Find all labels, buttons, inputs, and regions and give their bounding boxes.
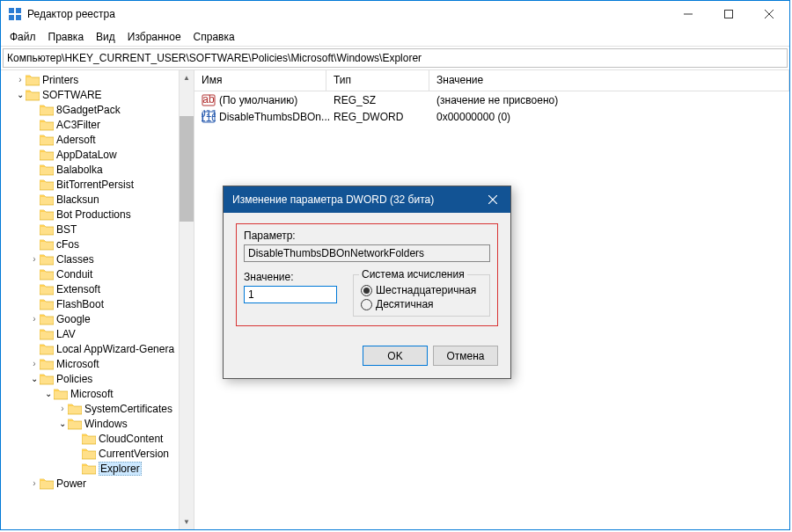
ok-button[interactable]: OK: [363, 346, 428, 366]
menu-file[interactable]: Файл: [10, 31, 36, 43]
radio-dec[interactable]: [361, 299, 372, 310]
menu-view[interactable]: Вид: [96, 31, 115, 43]
tree-item[interactable]: ›Power: [1, 476, 194, 491]
tree-item-label: 8GadgetPack: [56, 104, 121, 116]
tree-item-label: Windows: [84, 418, 128, 430]
tree-item[interactable]: Extensoft: [1, 281, 194, 296]
tree-item[interactable]: Bot Productions: [1, 207, 194, 222]
dialog-title-text: Изменение параметра DWORD (32 бита): [232, 193, 434, 206]
svg-rect-0: [9, 8, 14, 13]
tree-item[interactable]: Adersoft: [1, 132, 194, 147]
tree-item[interactable]: ⌄Policies: [1, 371, 194, 386]
chevron-right-icon[interactable]: ›: [29, 254, 40, 264]
tree-item[interactable]: ›Printers: [1, 72, 194, 87]
tree-item-label: CloudContent: [99, 433, 163, 445]
svg-rect-2: [9, 15, 14, 20]
chevron-down-icon[interactable]: ⌄: [29, 374, 40, 383]
chevron-right-icon[interactable]: ›: [29, 314, 40, 324]
tree-item-label: Explorer: [99, 462, 142, 476]
folder-icon: [26, 74, 40, 86]
tree-item-label: Policies: [56, 373, 92, 385]
tree-item[interactable]: LAV: [1, 326, 194, 341]
chevron-right-icon[interactable]: ›: [57, 404, 68, 413]
tree-item[interactable]: cFos: [1, 237, 194, 251]
list-row[interactable]: 011110DisableThumbsDBOn...REG_DWORD0x000…: [194, 108, 789, 125]
menu-edit[interactable]: Правка: [48, 31, 84, 43]
folder-icon: [40, 119, 54, 131]
tree-item[interactable]: Conduit: [1, 266, 194, 281]
titlebar: Редактор реестра: [1, 1, 789, 27]
scroll-thumb[interactable]: [180, 116, 194, 222]
tree-item[interactable]: Explorer: [1, 461, 194, 476]
list-header: Имя Тип Значение: [194, 70, 789, 91]
tree-pane[interactable]: ›Printers⌄SOFTWARE8GadgetPackAC3FilterAd…: [1, 70, 194, 529]
tree-item[interactable]: FlashBoot: [1, 296, 194, 311]
tree-item-label: Extensoft: [56, 283, 100, 295]
chevron-down-icon[interactable]: ⌄: [15, 90, 26, 99]
close-button[interactable]: [749, 1, 789, 27]
dialog-close-button[interactable]: [475, 186, 510, 213]
tree-item[interactable]: AC3Filter: [1, 117, 194, 132]
tree-item[interactable]: BitTorrentPersist: [1, 177, 194, 192]
tree-item[interactable]: Balabolka: [1, 162, 194, 177]
scroll-down-button[interactable]: ▼: [180, 514, 194, 529]
tree-item-label: Printers: [42, 74, 78, 86]
chevron-right-icon[interactable]: ›: [29, 359, 40, 368]
tree-item[interactable]: Blacksun: [1, 192, 194, 207]
reg-string-icon: ab: [202, 93, 216, 107]
value-data: (значение не присвоено): [429, 94, 789, 106]
folder-icon: [40, 477, 54, 490]
tree-scrollbar[interactable]: ▲ ▼: [179, 70, 194, 529]
folder-icon: [40, 164, 54, 176]
column-type[interactable]: Тип: [326, 70, 429, 91]
radix-dec-row[interactable]: Десятичная: [361, 298, 482, 310]
radix-group: Система исчисления Шестнадцатеричная Дес…: [353, 274, 490, 317]
address-text: Компьютер\HKEY_CURRENT_USER\SOFTWARE\Pol…: [7, 52, 422, 64]
cancel-button[interactable]: Отмена: [433, 346, 498, 366]
list-row[interactable]: ab(По умолчанию)REG_SZ(значение не присв…: [194, 91, 789, 108]
tree-item[interactable]: ⌄Windows: [1, 416, 194, 431]
chevron-down-icon[interactable]: ⌄: [43, 389, 54, 398]
chevron-down-icon[interactable]: ⌄: [57, 419, 68, 428]
radix-hex-row[interactable]: Шестнадцатеричная: [361, 284, 482, 296]
value-input[interactable]: [244, 286, 337, 303]
chevron-right-icon[interactable]: ›: [29, 478, 40, 488]
tree-item[interactable]: Local AppWizard-Genera: [1, 341, 194, 356]
radix-legend: Система исчисления: [359, 268, 467, 281]
folder-icon: [40, 193, 54, 206]
folder-icon: [40, 298, 54, 310]
radio-hex[interactable]: [361, 285, 372, 296]
tree-item[interactable]: CurrentVersion: [1, 446, 194, 461]
column-name[interactable]: Имя: [194, 70, 326, 91]
svg-rect-3: [16, 15, 21, 20]
folder-icon: [40, 328, 54, 340]
tree-item[interactable]: 8GadgetPack: [1, 102, 194, 117]
radix-dec-label: Десятичная: [376, 298, 434, 310]
column-value[interactable]: Значение: [429, 70, 789, 91]
chevron-right-icon[interactable]: ›: [15, 75, 26, 84]
window-controls: [668, 1, 789, 27]
folder-icon: [82, 433, 96, 445]
maximize-button[interactable]: [708, 1, 749, 27]
address-bar[interactable]: Компьютер\HKEY_CURRENT_USER\SOFTWARE\Pol…: [3, 48, 788, 68]
tree-item[interactable]: ›SystemCertificates: [1, 401, 194, 416]
tree-item[interactable]: ⌄SOFTWARE: [1, 87, 194, 102]
minimize-button[interactable]: [668, 1, 708, 27]
tree-item[interactable]: ›Classes: [1, 251, 194, 266]
folder-icon: [40, 358, 54, 370]
svg-text:110: 110: [202, 112, 216, 124]
scroll-up-button[interactable]: ▲: [180, 70, 194, 85]
window-title: Редактор реестра: [27, 8, 668, 20]
tree-item[interactable]: AppDataLow: [1, 147, 194, 162]
tree-item[interactable]: ⌄Microsoft: [1, 386, 194, 401]
edit-dword-dialog: Изменение параметра DWORD (32 бита) Пара…: [223, 186, 511, 379]
menu-favorites[interactable]: Избранное: [128, 31, 181, 43]
tree-item[interactable]: CloudContent: [1, 431, 194, 446]
folder-icon: [40, 223, 54, 236]
tree-item[interactable]: ›Microsoft: [1, 356, 194, 371]
menu-help[interactable]: Справка: [194, 31, 235, 43]
tree-item[interactable]: ›Google: [1, 311, 194, 326]
tree-item[interactable]: BST: [1, 222, 194, 237]
tree-item-label: AppDataLow: [56, 149, 117, 161]
param-name-input[interactable]: [244, 244, 490, 262]
